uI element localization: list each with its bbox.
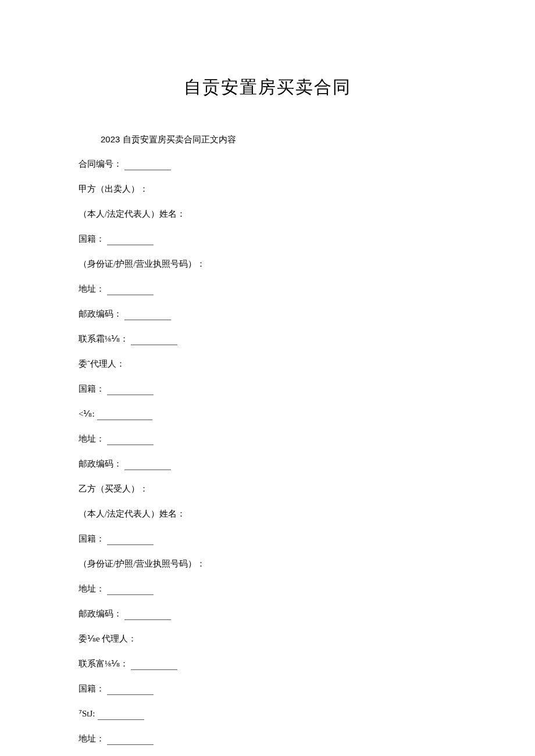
blank-field bbox=[107, 737, 154, 745]
blank-field bbox=[107, 287, 154, 295]
blank-field bbox=[131, 337, 177, 345]
blank-field bbox=[98, 712, 144, 720]
postal-a2-label: 邮政编码： bbox=[79, 459, 122, 468]
document-title: 自贡安置房买卖合同 bbox=[79, 76, 456, 99]
nationality-b2-line: 国籍： bbox=[79, 683, 456, 695]
address-b2-label: 地址： bbox=[79, 734, 105, 743]
postal-a-line: 邮政编码： bbox=[79, 308, 456, 320]
postal-a2-line: 邮政编码： bbox=[79, 458, 456, 470]
name-a-line: （本人/法定代表人）姓名： bbox=[79, 208, 456, 220]
contact-a-label: 联系霜⅛⅟₈： bbox=[79, 334, 129, 343]
party-b-line: 乙方（买受人）： bbox=[79, 483, 456, 495]
contract-number-label: 合同编号： bbox=[79, 159, 122, 169]
address-a-line: 地址： bbox=[79, 283, 456, 295]
blank-field bbox=[107, 387, 154, 395]
contract-number-line: 合同编号： bbox=[79, 158, 456, 170]
name-b-line: （本人/法定代表人）姓名： bbox=[79, 508, 456, 520]
blank-field bbox=[124, 162, 171, 170]
blank-field bbox=[107, 237, 154, 245]
agent-b-line: 委⅟₈e 代理人： bbox=[79, 633, 456, 645]
misc2-label: ⁷StJ: bbox=[79, 709, 95, 718]
blank-field bbox=[107, 537, 154, 545]
address-b2-line: 地址： bbox=[79, 733, 456, 745]
nationality-b-line: 国籍： bbox=[79, 533, 456, 545]
nationality-b2-label: 国籍： bbox=[79, 684, 105, 693]
nationality-a2-line: 国籍： bbox=[79, 383, 456, 395]
misc2-line: ⁷StJ: bbox=[79, 708, 456, 720]
postal-b-label: 邮政编码： bbox=[79, 609, 122, 618]
address-b-line: 地址： bbox=[79, 583, 456, 595]
blank-field bbox=[97, 412, 152, 420]
contact-b-label: 联系富⅛⅟₈： bbox=[79, 659, 129, 668]
blank-field bbox=[124, 462, 171, 470]
nationality-a2-label: 国籍： bbox=[79, 384, 105, 393]
misc1-label: <⅟₈: bbox=[79, 409, 95, 418]
blank-field bbox=[107, 687, 154, 695]
blank-field bbox=[131, 662, 177, 670]
nationality-a-line: 国籍： bbox=[79, 233, 456, 245]
nationality-b-label: 国籍： bbox=[79, 534, 105, 543]
nationality-a-label: 国籍： bbox=[79, 234, 105, 243]
postal-a-label: 邮政编码： bbox=[79, 309, 122, 318]
address-b-label: 地址： bbox=[79, 584, 105, 593]
agent-a-line: 委ˆ代理人： bbox=[79, 358, 456, 370]
id-b-line: （身份证/护照/营业执照号码）： bbox=[79, 558, 456, 570]
blank-field bbox=[107, 437, 154, 445]
id-a-line: （身份证/护照/营业执照号码）： bbox=[79, 258, 456, 270]
blank-field bbox=[124, 312, 171, 320]
address-a2-label: 地址： bbox=[79, 434, 105, 443]
party-a-line: 甲方（出卖人）： bbox=[79, 183, 456, 195]
contact-a-line: 联系霜⅛⅟₈： bbox=[79, 333, 456, 345]
document-subtitle: 2023 自贡安置房买卖合同正文内容 bbox=[101, 134, 456, 145]
address-a2-line: 地址： bbox=[79, 433, 456, 445]
postal-b-line: 邮政编码： bbox=[79, 608, 456, 620]
blank-field bbox=[124, 612, 171, 620]
contact-b-line: 联系富⅛⅟₈： bbox=[79, 658, 456, 670]
address-a-label: 地址： bbox=[79, 284, 105, 293]
blank-field bbox=[107, 587, 154, 595]
misc1-line: <⅟₈: bbox=[79, 408, 456, 420]
